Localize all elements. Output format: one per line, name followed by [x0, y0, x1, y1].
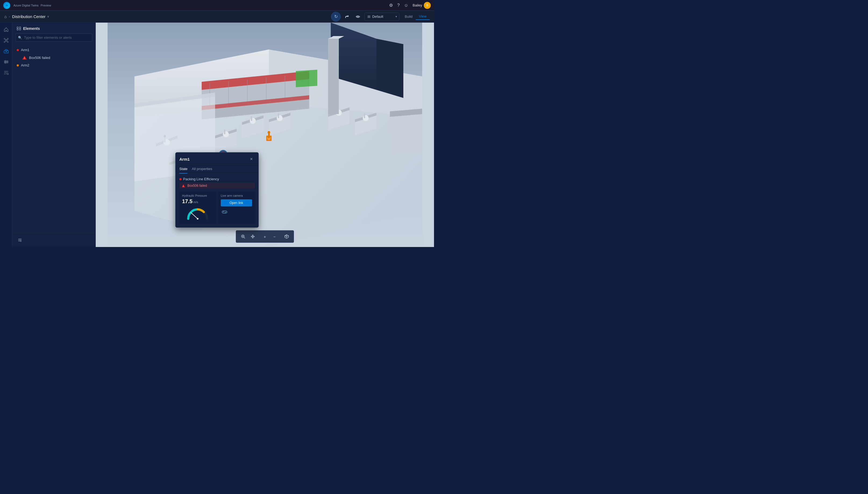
sidebar-item-home[interactable]: [1, 25, 11, 35]
element-arm1[interactable]: Arm1: [12, 46, 96, 54]
topbar: Azure Digital Twins Preview ⚙ ? ☺ Bailey…: [0, 0, 434, 11]
svg-point-95: [197, 218, 198, 220]
svg-rect-77: [364, 114, 365, 118]
svg-marker-37: [376, 39, 403, 98]
svg-rect-23: [19, 27, 21, 28]
svg-marker-1: [6, 4, 8, 6]
sidebar-item-models[interactable]: [1, 57, 11, 67]
view-icon-button[interactable]: [354, 12, 362, 21]
popup-close-button[interactable]: ✕: [248, 156, 255, 162]
view-mode-button[interactable]: View: [416, 13, 430, 20]
sidebar-item-connections[interactable]: [1, 36, 11, 45]
arm2-indicator: [17, 64, 19, 66]
svg-point-60: [250, 118, 256, 124]
viewport-toolbar: + −: [236, 230, 294, 243]
svg-point-2: [357, 16, 359, 17]
help-icon[interactable]: ?: [397, 3, 399, 8]
sidebar-item-scene[interactable]: [1, 46, 11, 56]
svg-point-9: [4, 41, 5, 42]
viewport[interactable]: ! Arm1 ✕ State All properties: [96, 23, 434, 247]
build-mode-button[interactable]: Build: [401, 13, 416, 20]
elements-panel: Elements 🔍 Arm1 ! Box506 failed: [12, 23, 96, 247]
gauge-container: [182, 207, 213, 222]
svg-rect-16: [6, 51, 7, 52]
section-indicator: [179, 178, 181, 180]
plus-icon: +: [264, 234, 266, 239]
metric-hydraulic-label: Hydraulic Pressure: [182, 194, 213, 197]
tab-state[interactable]: State: [179, 165, 188, 174]
arm2-label: Arm2: [21, 63, 29, 67]
live-cam-label: Live arm camera: [221, 194, 243, 197]
popup-content: Packing Line Efficiency ! Box506 failed …: [176, 174, 258, 227]
element-arm2[interactable]: Arm2: [12, 61, 96, 69]
refresh-button[interactable]: ↻: [331, 12, 341, 21]
elements-title: Elements: [23, 26, 40, 31]
user-menu[interactable]: Bailey B: [413, 2, 431, 9]
viewport-zoom-in-button[interactable]: +: [260, 232, 269, 241]
smiley-icon[interactable]: ☺: [404, 3, 408, 8]
main-layout: Elements 🔍 Arm1 ! Box506 failed: [0, 23, 434, 247]
alert-triangle-icon: !: [22, 55, 27, 60]
metric-live-cam: Live arm camera Open link: [218, 191, 255, 224]
alert-text: Box506 failed: [188, 184, 207, 188]
search-icon: 🔍: [18, 36, 22, 40]
svg-point-20: [7, 73, 8, 75]
dropdown-label: Default: [372, 15, 383, 19]
viewport-divider: [259, 234, 259, 239]
popup-title: Arm1: [179, 157, 190, 162]
svg-rect-4: [368, 16, 370, 17]
viewport-zoom-out-button[interactable]: −: [270, 232, 279, 241]
avatar: B: [424, 2, 431, 9]
search-input[interactable]: [16, 33, 92, 42]
svg-point-7: [4, 38, 5, 39]
breadcrumb-bar: ⌂ › Distribution Center ∨ ↻ Default ▾: [0, 11, 434, 23]
minus-icon: −: [274, 234, 276, 239]
svg-point-31: [20, 241, 21, 242]
search-box: 🔍: [16, 33, 92, 42]
svg-line-13: [5, 41, 6, 41]
open-link-button[interactable]: Open link: [221, 200, 252, 206]
popup-tabs: State All properties: [176, 165, 258, 174]
home-breadcrumb[interactable]: ⌂: [4, 14, 7, 19]
svg-rect-25: [19, 29, 21, 30]
icon-sidebar: [0, 23, 12, 247]
link-icon: [221, 209, 228, 215]
tab-all-properties[interactable]: All properties: [192, 165, 212, 174]
sidebar-item-query[interactable]: [1, 68, 11, 77]
app-name: Azure Digital Twins Preview: [12, 3, 51, 7]
gauge-svg: [185, 207, 210, 222]
svg-line-12: [7, 39, 7, 40]
panel-settings-button[interactable]: [16, 236, 24, 244]
dropdown-chevron-icon: ▾: [396, 15, 397, 18]
svg-rect-17: [4, 61, 8, 62]
viewport-search-button[interactable]: [239, 232, 248, 241]
svg-point-76: [363, 115, 369, 121]
alert-icon: !: [181, 184, 185, 188]
breadcrumb-current[interactable]: Distribution Center ∨: [12, 14, 49, 19]
svg-rect-22: [17, 27, 18, 28]
share-button[interactable]: [343, 12, 352, 21]
settings-icon[interactable]: ⚙: [389, 3, 393, 8]
svg-rect-61: [251, 116, 252, 121]
arm1-indicator: [17, 49, 19, 51]
toolbar-right: ↻ Default ▾ Build View: [331, 12, 430, 21]
viewport-divider2: [280, 234, 281, 239]
breadcrumb-separator: ›: [9, 15, 10, 19]
svg-point-8: [7, 38, 8, 39]
svg-rect-24: [17, 29, 18, 30]
popup-panel: Arm1 ✕ State All properties Packing Line…: [175, 152, 259, 228]
scene-3d: !: [96, 23, 434, 247]
metric-hydraulic-number: 17.5: [182, 198, 193, 205]
viewport-move-button[interactable]: [249, 232, 257, 241]
breadcrumb-title: Distribution Center: [12, 14, 45, 19]
breadcrumb-chevron-icon: ∨: [47, 15, 49, 18]
viewport-3d-button[interactable]: [282, 232, 291, 241]
svg-line-11: [5, 39, 6, 40]
topbar-right: ⚙ ? ☺ Bailey B: [389, 2, 431, 9]
svg-line-21: [8, 74, 8, 75]
svg-line-97: [244, 237, 245, 239]
view-dropdown[interactable]: Default ▾: [364, 13, 399, 21]
sub-element-box506[interactable]: ! Box506 failed: [12, 54, 96, 61]
svg-rect-90: [328, 39, 339, 114]
svg-rect-65: [278, 114, 279, 118]
